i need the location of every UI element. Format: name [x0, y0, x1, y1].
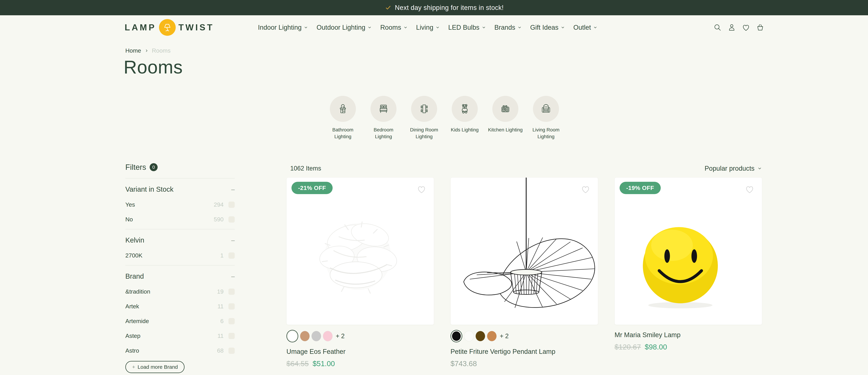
product-card-smiley-lamp[interactable]: -19% OFF — [615, 178, 762, 325]
promo-banner: Next day shipping for items in stock! — [0, 0, 868, 15]
chevron-down-icon — [304, 25, 308, 30]
filter-option-yes: Yes 294 — [125, 201, 235, 208]
checkbox[interactable] — [228, 303, 235, 310]
dining-table-icon — [411, 96, 437, 122]
option-count: 6 — [220, 318, 224, 324]
swatch[interactable] — [464, 331, 474, 341]
site-header: LAMP TWIST Indoor Lighting Outdoor Light… — [0, 15, 868, 39]
nav-item-gift-ideas[interactable]: Gift Ideas — [530, 24, 565, 31]
nav-item-indoor-lighting[interactable]: Indoor Lighting — [258, 24, 308, 31]
nav-item-brands[interactable]: Brands — [494, 24, 522, 31]
category-label: Kitchen Lighting — [488, 126, 523, 133]
category-dining-room-lighting[interactable]: Dining Room Lighting — [406, 96, 442, 140]
category-bedroom-lighting[interactable]: Bedroom Lighting — [365, 96, 402, 140]
more-colors-label: + 2 — [500, 333, 509, 340]
page-title: Rooms — [124, 57, 183, 77]
current-price: $98.00 — [645, 343, 667, 351]
category-label: Bedroom Lighting — [365, 126, 402, 140]
filters-sidebar: Filters 0 Variant in Stock – Yes 294 No … — [125, 163, 235, 375]
filter-option-astep: Astep 11 — [125, 333, 235, 339]
swatch[interactable] — [300, 331, 310, 341]
teddy-bear-icon — [452, 96, 478, 122]
favorite-heart-icon[interactable] — [416, 184, 427, 194]
filter-option-no: No 590 — [125, 216, 235, 223]
option-count: 68 — [217, 347, 224, 354]
swatch-selected[interactable] — [286, 330, 298, 342]
checkbox[interactable] — [228, 216, 235, 223]
discount-badge: -21% OFF — [291, 182, 333, 194]
breadcrumb-home[interactable]: Home — [125, 47, 141, 54]
filter-section-kelvin: Kelvin – 2700K 1 — [125, 229, 235, 265]
nav-item-outdoor-lighting[interactable]: Outdoor Lighting — [316, 24, 372, 31]
filter-option-andtradition: &tradition 19 — [125, 288, 235, 295]
favorite-heart-icon[interactable] — [745, 184, 755, 194]
breadcrumb-chevron-icon — [145, 49, 148, 53]
product-title[interactable]: Petite Friture Vertigo Pendant Lamp — [451, 348, 598, 355]
collapse-icon[interactable]: – — [231, 186, 235, 193]
filter-option-astro: Astro 68 — [125, 347, 235, 354]
more-colors-label: + 2 — [336, 333, 345, 340]
plus-icon: + — [132, 364, 135, 370]
checkbox[interactable] — [228, 252, 235, 259]
category-label: Living Room Lighting — [528, 126, 564, 140]
swatch-selected[interactable] — [451, 330, 462, 342]
checkbox[interactable] — [228, 318, 235, 324]
swatch[interactable] — [311, 331, 321, 341]
search-icon[interactable] — [713, 23, 722, 32]
chevron-down-icon — [561, 25, 565, 30]
chevron-down-icon — [482, 25, 486, 30]
swatch[interactable] — [487, 331, 497, 341]
products-toolbar: 1062 Items Popular products — [286, 163, 762, 173]
option-count: 11 — [218, 333, 224, 339]
collapse-icon[interactable]: – — [231, 273, 235, 280]
load-more-brand-button[interactable]: + Load more Brand — [125, 361, 185, 373]
chevron-down-icon — [367, 25, 372, 30]
product-card-vertigo-pendant[interactable] — [451, 178, 598, 325]
favorite-heart-icon[interactable] — [581, 184, 591, 194]
category-label: Kids Lighting — [451, 126, 478, 133]
swatch[interactable] — [323, 331, 333, 341]
filters-title: Filters — [125, 163, 146, 171]
logo[interactable]: LAMP TWIST — [125, 15, 214, 39]
nav-item-led-bulbs[interactable]: LED Bulbs — [448, 24, 486, 31]
logo-text-left: LAMP — [125, 22, 156, 32]
checkbox[interactable] — [228, 348, 235, 354]
option-count: 590 — [214, 216, 224, 223]
account-icon[interactable] — [727, 23, 736, 32]
checkbox[interactable] — [228, 333, 235, 339]
old-price: $64.55 — [286, 360, 309, 368]
nav-item-living[interactable]: Living — [416, 24, 440, 31]
collapse-icon[interactable]: – — [231, 237, 235, 244]
breadcrumb: Home Rooms — [125, 47, 170, 54]
category-kitchen-lighting[interactable]: Kitchen Lighting — [487, 96, 524, 140]
category-kids-lighting[interactable]: Kids Lighting — [446, 96, 483, 140]
product-image-feather-lamp — [287, 178, 434, 325]
checkbox[interactable] — [228, 201, 235, 208]
category-label: Bathroom Lighting — [324, 126, 361, 140]
current-price: $51.00 — [312, 360, 335, 368]
breadcrumb-current: Rooms — [152, 47, 170, 54]
chevron-down-icon — [593, 25, 597, 30]
product-image-smiley-lamp — [615, 178, 762, 325]
sort-dropdown[interactable]: Popular products — [705, 165, 762, 172]
category-living-room-lighting[interactable]: Living Room Lighting — [528, 96, 564, 140]
option-count: 11 — [218, 303, 224, 310]
filter-section-title: Variant in Stock — [125, 185, 174, 193]
filter-option-artek: Artek 11 — [125, 303, 235, 310]
nav-item-rooms[interactable]: Rooms — [380, 24, 408, 31]
product-card-umage-eos-feather[interactable]: -21% OFF — [286, 178, 434, 325]
chevron-down-icon — [517, 25, 522, 30]
product-title[interactable]: Mr Maria Smiley Lamp — [615, 331, 762, 339]
product-title[interactable]: Umage Eos Feather — [286, 348, 434, 355]
nav-item-outlet[interactable]: Outlet — [574, 24, 597, 31]
checkbox[interactable] — [228, 288, 235, 295]
basket-icon[interactable] — [756, 23, 765, 32]
option-count: 1 — [220, 252, 224, 259]
swatch[interactable] — [475, 331, 485, 341]
option-count: 294 — [214, 201, 224, 208]
filters-count-badge: 0 — [150, 163, 158, 171]
product-meta: Mr Maria Smiley Lamp $120.67 $98.00 — [615, 330, 762, 351]
product-meta: + 2 Umage Eos Feather $64.55 $51.00 — [286, 330, 434, 368]
category-bathroom-lighting[interactable]: Bathroom Lighting — [324, 96, 361, 140]
wishlist-heart-icon[interactable] — [742, 23, 750, 32]
